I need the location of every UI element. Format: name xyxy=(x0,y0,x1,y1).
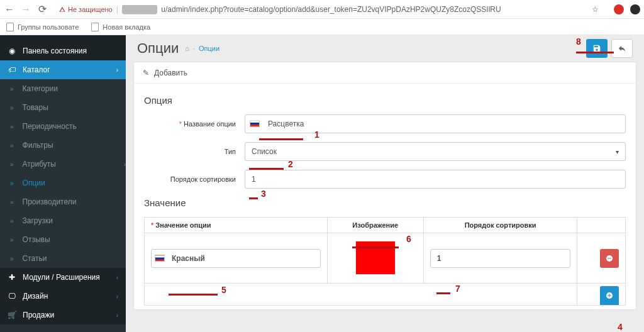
page-title: Опции xyxy=(137,40,179,57)
chevron-right-icon: › xyxy=(116,67,118,74)
th-sort: Порядок сортировки xyxy=(423,218,577,233)
sidebar-sub-categories[interactable]: »Категории xyxy=(0,79,126,98)
select-type[interactable]: Список xyxy=(245,142,626,161)
sidebar-sub-recurring[interactable]: »Периодичность xyxy=(0,117,126,136)
label-option-name: * Название опции xyxy=(144,120,245,128)
add-row-button[interactable] xyxy=(600,286,619,305)
sidebar-sub-filters[interactable]: »Фильтры xyxy=(0,136,126,155)
home-icon[interactable]: ⌂ xyxy=(185,45,189,52)
warning-icon xyxy=(59,6,65,13)
sidebar: ◉ Панель состояния 🏷 Каталог › »Категори… xyxy=(0,35,126,332)
main-content: Опции ⌂ · Опции ✎ Добавить Опция xyxy=(126,35,644,332)
breadcrumb-link[interactable]: Опции xyxy=(199,45,219,52)
minus-circle-icon xyxy=(606,255,613,262)
tag-icon: 🏷 xyxy=(8,65,16,74)
plus-circle-icon xyxy=(606,292,613,299)
sidebar-sub-reviews[interactable]: »Отзывы xyxy=(0,230,126,249)
sidebar-item-extensions[interactable]: ✚ Модули / Расширения › xyxy=(0,268,126,287)
dashboard-icon: ◉ xyxy=(8,47,16,55)
bookmark-star-icon[interactable]: ☆ xyxy=(592,5,599,14)
values-table: * Значение опции Изображение Порядок сор… xyxy=(144,217,626,306)
pencil-icon: ✎ xyxy=(143,69,149,77)
bookmark-item[interactable]: Группы пользовате xyxy=(6,23,79,31)
chevron-right-icon: › xyxy=(116,293,118,300)
ext-red-icon[interactable] xyxy=(614,4,624,14)
extension-icons xyxy=(614,4,640,14)
url-path: u/admin/index.php?route=catalog/option/a… xyxy=(161,5,501,14)
sidebar-sub-products[interactable]: »Товары xyxy=(0,98,126,117)
sidebar-sub-options[interactable]: »Опции xyxy=(0,174,126,192)
browser-toolbar: ← → ⟳ Не защищено | ▓▓▓▓▓▓ u/admin/index… xyxy=(0,0,644,19)
th-image: Изображение xyxy=(327,218,423,233)
page-icon xyxy=(6,23,14,31)
legend-option: Опция xyxy=(144,95,626,106)
breadcrumb: ⌂ · Опции xyxy=(185,45,219,52)
svg-rect-1 xyxy=(608,258,611,258)
address-bar[interactable]: Не защищено | ▓▓▓▓▓▓ u/admin/index.php?r… xyxy=(53,3,605,16)
input-sort-order[interactable]: 1 xyxy=(245,170,626,189)
input-value-name[interactable]: Красный xyxy=(151,249,321,268)
input-option-name[interactable]: Расцветка xyxy=(245,114,626,133)
panel-heading: ✎ Добавить xyxy=(134,62,636,84)
page-header: Опции ⌂ · Опции xyxy=(126,35,644,62)
table-footer-row xyxy=(145,284,626,306)
page-icon xyxy=(91,23,99,31)
save-icon xyxy=(592,44,601,53)
table-row: Красный 1 xyxy=(145,233,626,284)
chevron-right-icon: › xyxy=(116,274,118,281)
url-host-redacted: ▓▓▓▓▓▓ xyxy=(122,5,158,14)
remove-row-button[interactable] xyxy=(600,249,619,268)
sidebar-sub-manufacturers[interactable]: »Производители xyxy=(0,192,126,211)
nav-forward[interactable]: → xyxy=(20,4,31,15)
sidebar-sub-downloads[interactable]: »Загрузки xyxy=(0,211,126,230)
save-button[interactable] xyxy=(586,39,608,58)
monitor-icon: 🖵 xyxy=(8,292,16,301)
sidebar-sub-articles[interactable]: »Статьи xyxy=(0,249,126,268)
back-button[interactable] xyxy=(611,39,633,58)
cart-icon: 🛒 xyxy=(8,311,16,319)
ext-dark-icon[interactable] xyxy=(630,4,640,14)
input-row-sort[interactable]: 1 xyxy=(430,249,571,268)
sidebar-item-design[interactable]: 🖵 Дизайн › xyxy=(0,287,126,306)
nav-back[interactable]: ← xyxy=(4,4,15,15)
form-panel: ✎ Добавить Опция * Название опции Расцве… xyxy=(133,62,636,310)
sidebar-item-sale[interactable]: 🛒 Продажи › xyxy=(0,306,126,324)
puzzle-icon: ✚ xyxy=(8,273,16,282)
not-secure-badge: Не защищено xyxy=(59,6,113,13)
th-value-name: * Значение опции xyxy=(145,218,328,233)
legend-value: Значение xyxy=(144,197,626,208)
sidebar-sub-attributes[interactable]: »Атрибуты› xyxy=(0,155,126,174)
svg-rect-4 xyxy=(608,296,611,296)
bookmark-item[interactable]: Новая вкладка xyxy=(91,23,150,31)
sidebar-item-dashboard[interactable]: ◉ Панель состояния xyxy=(0,42,126,60)
bookmarks-bar: Группы пользовате Новая вкладка xyxy=(0,19,644,35)
label-sort: Порядок сортировки xyxy=(144,175,245,183)
sidebar-item-catalog[interactable]: 🏷 Каталог › xyxy=(0,60,126,79)
image-preview[interactable] xyxy=(355,241,396,275)
flag-ru-icon xyxy=(155,255,165,262)
nav-reload[interactable]: ⟳ xyxy=(36,4,48,15)
reply-icon xyxy=(618,44,626,53)
label-type: Тип xyxy=(144,148,245,155)
flag-ru-icon xyxy=(250,121,260,128)
chevron-right-icon: › xyxy=(116,312,118,319)
